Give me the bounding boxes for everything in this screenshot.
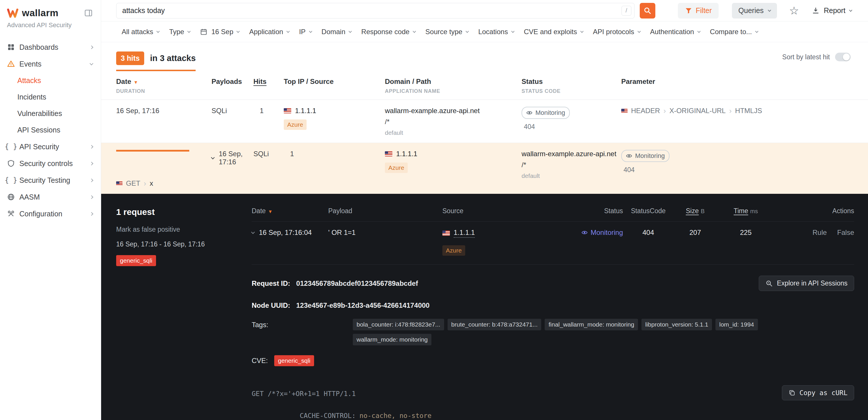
security-testing-braces-icon: { } <box>6 176 16 184</box>
filter-chip-api-protocols[interactable]: API protocols <box>588 25 645 39</box>
filter-chip-response-code[interactable]: Response code <box>356 25 421 39</box>
col-header-size[interactable]: SizeB <box>674 207 717 215</box>
sidebar-item-api-sessions[interactable]: API Sessions <box>0 122 101 138</box>
explore-search-icon <box>766 280 773 287</box>
chevron-down-icon[interactable] <box>211 156 215 159</box>
filter-chip-domain[interactable]: Domain <box>317 25 356 39</box>
filter-chip-locations[interactable]: Locations <box>473 25 519 39</box>
chevron-down-icon <box>580 29 583 33</box>
filter-chip-compare-to[interactable]: Compare to... <box>705 25 763 39</box>
attack-payload: SQLi <box>212 107 253 115</box>
tag-chip: libproton_version: 5.1.1 <box>642 319 712 330</box>
tags-row: Tags: bola_counter: i:478:f82823e7... br… <box>252 319 854 345</box>
search-input[interactable] <box>122 6 622 15</box>
eye-icon <box>526 110 532 116</box>
chevron-right-icon <box>90 178 93 182</box>
sidebar-item-security-testing[interactable]: { } Security Testing <box>0 172 101 189</box>
attack-parameter-cell: GET › x <box>116 179 212 188</box>
source-tag-azure[interactable]: Azure <box>442 245 465 256</box>
col-header-top-ip: Top IP / Source <box>284 78 385 94</box>
col-header-date[interactable]: Date▼ DURATION <box>116 78 212 94</box>
col-header-payloads: Payloads <box>212 78 253 94</box>
source-tag-azure[interactable]: Azure <box>385 163 408 173</box>
filter-chip-all-attacks[interactable]: All attacks <box>117 25 164 39</box>
attack-payload: SQLi <box>253 150 284 158</box>
filter-chip-type[interactable]: Type <box>164 25 195 39</box>
sidebar-item-configuration[interactable]: Configuration <box>0 205 101 222</box>
attack-application: default <box>522 172 621 179</box>
request-row[interactable]: 16 Sep, 17:16:04 ' OR 1=1 1.1.1.1 Azure <box>252 222 854 265</box>
mark-false-positive-link[interactable]: Mark as false positive <box>116 226 245 233</box>
shield-icon <box>6 159 16 167</box>
sidebar-item-attacks[interactable]: Attacks <box>0 72 101 89</box>
col-header-hits[interactable]: Hits <box>253 78 284 94</box>
us-flag-icon <box>442 230 450 236</box>
parameter-flag-icon <box>621 109 628 113</box>
sidebar-item-events[interactable]: Events <box>0 56 101 72</box>
attack-row-selected[interactable]: 16 Sep, 17:16 SQLi 1 1.1.1.1 Azure walla… <box>101 143 868 194</box>
us-flag-icon <box>385 151 393 157</box>
funnel-icon <box>685 7 692 15</box>
attack-ip: 1.1.1.1 <box>295 107 316 115</box>
chevron-down-icon <box>286 29 289 33</box>
request-count: 1 request <box>116 207 245 217</box>
chevron-down-icon <box>413 29 416 33</box>
sidebar-item-dashboards[interactable]: Dashboards <box>0 39 101 56</box>
tag-chip: brute_counter: b:478:a732471... <box>447 319 541 330</box>
col-header-date[interactable]: Date▼ <box>252 207 328 215</box>
collapse-sidebar-icon[interactable] <box>84 8 93 18</box>
copy-as-curl-button[interactable]: Copy as cURL <box>782 385 854 400</box>
filter-chip-authentication[interactable]: Authentication <box>645 25 705 39</box>
attack-hits: 1 <box>253 107 284 115</box>
col-header-domain-path: Domain / Path APPLICATION NAME <box>385 78 522 94</box>
explore-api-sessions-button[interactable]: Explore in API Sessions <box>759 276 854 291</box>
false-action[interactable]: False <box>837 228 854 236</box>
tags-list: bola_counter: i:478:f82823e7... brute_co… <box>353 319 786 345</box>
favorite-star-icon[interactable]: ☆ <box>789 5 799 16</box>
sidebar-item-incidents[interactable]: Incidents <box>0 89 101 105</box>
attack-status-cell: Monitoring 404 <box>621 150 852 174</box>
request-actions: Rule False <box>775 228 854 236</box>
chevron-right-icon <box>90 195 93 199</box>
request-id-row: Request ID: 0123456789abcdef0123456789ab… <box>252 279 418 287</box>
brand-name[interactable]: wallarm <box>22 7 58 19</box>
node-uuid-value: 123e4567-e89b-12d3-a456-426614174000 <box>296 301 430 309</box>
filter-chip-source-type[interactable]: Source type <box>421 25 473 39</box>
sidebar-item-aasm[interactable]: AASM <box>0 189 101 205</box>
filter-button[interactable]: Filter <box>678 3 719 19</box>
sort-toggle[interactable] <box>835 53 851 61</box>
sidebar-item-api-security[interactable]: { } API Security <box>0 138 101 155</box>
attack-ip: 1.1.1.1 <box>396 150 417 158</box>
col-header-payload: Payload <box>328 207 442 215</box>
toggle-knob <box>843 54 850 60</box>
report-button[interactable]: Report <box>812 6 852 15</box>
cve-row: CVE: generic_sqli <box>252 355 854 366</box>
sort-label: Sort by latest hit <box>782 53 830 61</box>
col-header-time[interactable]: Timems <box>717 207 775 215</box>
queries-button[interactable]: Queries <box>732 3 777 19</box>
wallarm-logo-icon[interactable] <box>7 8 19 18</box>
sort-control: Sort by latest hit <box>782 53 851 61</box>
sidebar-item-vulnerabilities[interactable]: Vulnerabilities <box>0 105 101 122</box>
chevron-down-icon <box>309 29 312 33</box>
chevron-down-icon <box>188 29 191 33</box>
filter-chip-application[interactable]: Application <box>244 25 294 39</box>
download-icon <box>812 7 820 15</box>
attack-row[interactable]: 16 Sep, 17:16 SQLi 1 1.1.1.1 Azure walla… <box>101 100 868 143</box>
tags-label: Tags: <box>252 319 353 329</box>
request-ip-link[interactable]: 1.1.1.1 <box>454 228 475 238</box>
rule-action[interactable]: Rule <box>812 228 827 236</box>
search-button[interactable] <box>640 3 655 19</box>
results-header: 3 hits in 3 attacks Sort by latest hit <box>101 42 868 71</box>
filter-chip-date[interactable]: 16 Sep <box>195 25 244 39</box>
brand-subtitle: Advanced API Security <box>0 19 101 29</box>
attack-status-cell: Monitoring 404 <box>522 107 621 131</box>
filter-chip-cve[interactable]: CVE and exploits <box>519 25 588 39</box>
sidebar-item-security-controls[interactable]: Security controls <box>0 155 101 172</box>
status-badge: Monitoring <box>621 150 670 162</box>
chevron-down-icon <box>849 8 852 11</box>
source-tag-azure[interactable]: Azure <box>284 119 307 130</box>
sidebar-item-label: API Security <box>19 143 59 151</box>
filter-chip-ip[interactable]: IP <box>294 25 317 39</box>
chevron-down-icon[interactable] <box>251 230 255 234</box>
